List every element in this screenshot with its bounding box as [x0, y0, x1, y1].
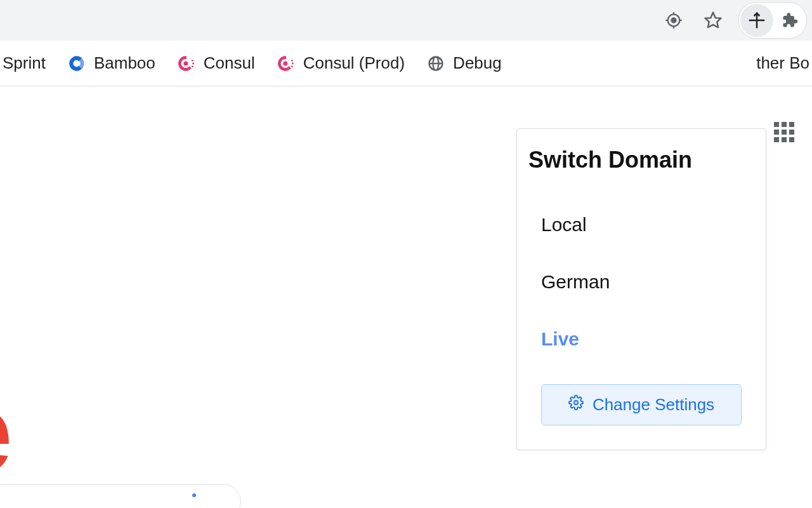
- google-search-input[interactable]: [0, 484, 241, 508]
- bookmark-label: ther Bo: [756, 53, 809, 73]
- settings-button-label: Change Settings: [593, 395, 714, 415]
- consul-icon: [177, 54, 196, 73]
- svg-point-14: [192, 65, 193, 67]
- domain-label: German: [541, 271, 610, 292]
- bookmark-consul-prod[interactable]: Consul (Prod): [277, 53, 405, 73]
- bookmark-label: Debug: [453, 53, 502, 73]
- bookmarks-bar: Sprint Bamboo Consul Consul (Prod) Debug…: [0, 41, 812, 86]
- svg-point-13: [192, 62, 194, 64]
- domain-option-german[interactable]: German: [528, 253, 754, 311]
- svg-point-16: [291, 59, 293, 61]
- domain-switcher-popup: Switch Domain Local German Live Change S…: [516, 128, 766, 450]
- bamboo-icon: [67, 54, 86, 73]
- svg-marker-6: [705, 13, 721, 28]
- browser-omnibox-strip: [0, 0, 812, 41]
- google-logo-fragment: e: [0, 366, 6, 497]
- mic-icon[interactable]: [192, 493, 196, 497]
- domain-option-live[interactable]: Live: [528, 311, 754, 368]
- domain-label: Local: [541, 214, 587, 235]
- bookmark-label: Bamboo: [94, 53, 155, 73]
- other-bookmarks[interactable]: ther Bo: [750, 53, 809, 73]
- bookmark-label: Consul (Prod): [303, 53, 405, 73]
- extensions-pill: [738, 2, 807, 39]
- bookmark-sprint[interactable]: Sprint: [3, 53, 46, 73]
- domain-switcher-extension-icon[interactable]: [740, 4, 773, 37]
- bookmark-label: Consul: [204, 53, 255, 73]
- domain-option-local[interactable]: Local: [528, 196, 754, 253]
- svg-point-15: [283, 61, 287, 65]
- svg-point-0: [672, 18, 676, 23]
- bookmark-consul[interactable]: Consul: [177, 53, 255, 73]
- bookmark-bamboo[interactable]: Bamboo: [67, 53, 155, 73]
- gear-icon: [568, 395, 584, 415]
- google-apps-grid-icon[interactable]: [774, 122, 794, 142]
- globe-icon: [426, 54, 445, 73]
- svg-point-19: [574, 401, 578, 404]
- star-bookmark-icon[interactable]: [699, 6, 727, 34]
- svg-point-17: [292, 62, 294, 64]
- svg-point-12: [192, 59, 193, 61]
- domain-label: Live: [541, 328, 579, 349]
- location-target-icon[interactable]: [660, 6, 688, 34]
- page-content: e Switch Domain Local German Live: [0, 86, 812, 508]
- svg-point-18: [291, 65, 293, 67]
- bookmark-debug[interactable]: Debug: [426, 53, 502, 73]
- domain-list: Local German Live: [528, 196, 754, 368]
- svg-point-11: [183, 61, 188, 65]
- extensions-menu-icon[interactable]: [775, 4, 805, 37]
- popup-title: Switch Domain: [528, 147, 754, 173]
- consul-icon: [277, 54, 296, 73]
- bookmark-label: Sprint: [3, 53, 46, 73]
- change-settings-button[interactable]: Change Settings: [541, 384, 742, 425]
